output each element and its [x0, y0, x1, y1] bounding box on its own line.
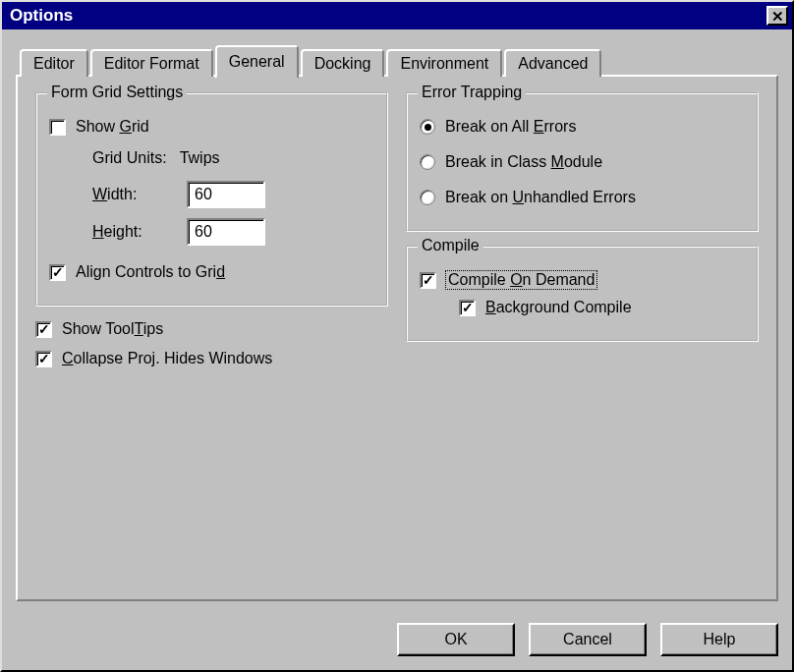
group-error-trapping-title: Error Trapping — [418, 84, 526, 101]
group-error-trapping: Error Trapping Break on All Errors Break… — [406, 92, 759, 232]
break-all-radio[interactable] — [420, 119, 435, 135]
align-checkbox[interactable]: ✓ — [49, 264, 66, 281]
show-grid-row[interactable]: Show Grid — [49, 118, 374, 136]
break-class-row[interactable]: Break in Class Module — [420, 153, 745, 171]
tab-advanced[interactable]: Advanced — [504, 49, 601, 77]
width-row: Width: — [92, 181, 374, 208]
left-column: Form Grid Settings Show Grid Grid Units:… — [35, 92, 388, 379]
close-button[interactable]: ✕ — [766, 6, 788, 26]
align-row[interactable]: ✓ Align Controls to Grid — [49, 263, 374, 281]
cancel-button[interactable]: Cancel — [529, 623, 647, 656]
window-title: Options — [10, 6, 73, 26]
grid-units-value: Twips — [180, 149, 220, 166]
client-area: Editor Editor Format General Docking Env… — [2, 29, 792, 611]
tab-docking[interactable]: Docking — [301, 49, 385, 77]
tab-environment[interactable]: Environment — [386, 49, 502, 77]
tab-general[interactable]: General — [215, 45, 299, 79]
group-compile-title: Compile — [418, 237, 483, 254]
background-compile-label: Background Compile — [485, 299, 632, 316]
options-dialog: Options ✕ Editor Editor Format General D… — [0, 0, 794, 672]
break-class-radio[interactable] — [420, 154, 435, 170]
tooltips-checkbox[interactable]: ✓ — [35, 321, 52, 338]
background-compile-row[interactable]: ✓ Background Compile — [420, 299, 745, 316]
radio-dot-icon — [425, 124, 431, 131]
break-unhandled-radio[interactable] — [420, 190, 435, 205]
grid-units-label: Grid Units: — [92, 149, 167, 166]
tab-editor-format[interactable]: Editor Format — [90, 49, 213, 77]
align-label: Align Controls to Grid — [76, 263, 225, 281]
tab-panel-general: Form Grid Settings Show Grid Grid Units:… — [16, 75, 778, 601]
background-compile-checkbox[interactable]: ✓ — [459, 300, 476, 316]
width-label: Width: — [92, 186, 187, 203]
tab-strip: Editor Editor Format General Docking Env… — [20, 43, 778, 75]
show-grid-checkbox[interactable] — [49, 119, 66, 136]
tooltips-label: Show ToolTips — [62, 320, 163, 338]
collapse-label: Collapse Proj. Hides Windows — [62, 350, 272, 367]
width-input[interactable] — [187, 181, 265, 208]
collapse-checkbox[interactable]: ✓ — [35, 351, 52, 367]
ok-button[interactable]: OK — [397, 623, 515, 656]
group-compile: Compile ✓ Compile On Demand ✓ Background… — [406, 246, 759, 342]
height-input[interactable] — [187, 218, 265, 246]
collapse-row[interactable]: ✓ Collapse Proj. Hides Windows — [35, 350, 388, 367]
tab-editor[interactable]: Editor — [20, 49, 88, 77]
tooltips-row[interactable]: ✓ Show ToolTips — [35, 320, 388, 338]
break-unhandled-label: Break on Unhandled Errors — [445, 189, 636, 206]
break-all-row[interactable]: Break on All Errors — [420, 118, 745, 136]
grid-units-row: Grid Units: Twips — [92, 149, 374, 167]
help-button[interactable]: Help — [660, 623, 778, 656]
compile-on-demand-label: Compile On Demand — [446, 271, 596, 289]
compile-on-demand-row[interactable]: ✓ Compile On Demand — [420, 271, 745, 289]
close-icon: ✕ — [771, 9, 784, 24]
group-form-grid-title: Form Grid Settings — [47, 84, 187, 101]
compile-on-demand-checkbox[interactable]: ✓ — [420, 272, 436, 289]
show-grid-label: Show Grid — [76, 118, 149, 136]
height-label: Height: — [92, 223, 187, 241]
group-form-grid: Form Grid Settings Show Grid Grid Units:… — [35, 92, 388, 307]
break-unhandled-row[interactable]: Break on Unhandled Errors — [420, 189, 745, 206]
break-class-label: Break in Class Module — [445, 153, 602, 171]
titlebar: Options ✕ — [2, 2, 792, 29]
standalone-checks: ✓ Show ToolTips ✓ Collapse Proj. Hides W… — [35, 320, 388, 367]
break-all-label: Break on All Errors — [445, 118, 576, 136]
right-column: Error Trapping Break on All Errors Break… — [406, 92, 759, 379]
button-bar: OK Cancel Help — [2, 611, 792, 670]
height-row: Height: — [92, 218, 374, 246]
